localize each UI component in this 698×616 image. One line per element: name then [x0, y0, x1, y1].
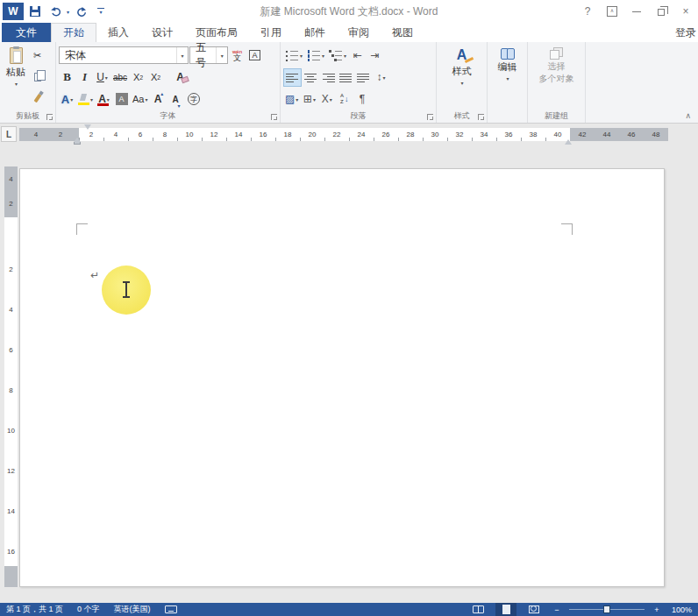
- font-name-select[interactable]: 宋体 ▾: [59, 46, 189, 64]
- multilevel-list-button[interactable]: ▾: [327, 46, 348, 65]
- align-left-button[interactable]: [283, 68, 302, 87]
- align-center-button[interactable]: [303, 68, 319, 87]
- sign-in-link[interactable]: 登录: [668, 23, 698, 42]
- language-indicator[interactable]: 英语(美国): [114, 604, 151, 615]
- distribute-button[interactable]: [355, 68, 372, 87]
- tab-page-layout[interactable]: 页面布局: [184, 23, 249, 42]
- word-count-indicator[interactable]: 0 个字: [77, 604, 100, 615]
- zoom-out-button[interactable]: −: [552, 605, 562, 614]
- tab-references[interactable]: 引用: [249, 23, 293, 42]
- keyboard-indicator[interactable]: [165, 605, 177, 613]
- zoom-slider[interactable]: [569, 605, 645, 614]
- left-indent-box: [74, 142, 81, 145]
- tab-mailings[interactable]: 邮件: [293, 23, 337, 42]
- document-page[interactable]: ↵: [19, 168, 665, 587]
- format-painter-button[interactable]: [29, 89, 46, 107]
- phonetic-guide-icon: wén 文: [232, 49, 242, 62]
- right-indent-marker[interactable]: [565, 139, 572, 145]
- help-button[interactable]: ?: [575, 0, 600, 23]
- font-dialog-launcher[interactable]: [271, 114, 277, 120]
- select-objects-icon: [550, 47, 563, 60]
- borders-button[interactable]: ⊞▾: [301, 90, 317, 109]
- align-right-button[interactable]: [320, 68, 337, 87]
- undo-dropdown[interactable]: ▾: [67, 9, 69, 15]
- chevron-down-icon[interactable]: ▾: [176, 47, 188, 63]
- close-button[interactable]: ×: [673, 0, 698, 23]
- underline-button[interactable]: U▾: [94, 68, 110, 87]
- character-shading-button[interactable]: A: [113, 90, 130, 109]
- minimize-button[interactable]: [624, 0, 649, 23]
- tab-view[interactable]: 视图: [381, 23, 424, 42]
- increase-indent-button[interactable]: ⇥: [367, 46, 383, 65]
- horizontal-ruler[interactable]: 42 246810121416182022242628303234363840 …: [19, 128, 668, 141]
- zoom-level[interactable]: 100%: [669, 605, 692, 614]
- show-hide-marks-button[interactable]: ¶: [353, 90, 370, 109]
- enclose-characters-button[interactable]: 字: [186, 90, 203, 109]
- tab-review[interactable]: 审阅: [337, 23, 381, 42]
- web-layout-button[interactable]: [524, 603, 545, 616]
- hanging-indent-marker[interactable]: [74, 138, 81, 145]
- subscript-button[interactable]: X2: [130, 68, 146, 87]
- bullets-button[interactable]: ▾: [283, 46, 304, 65]
- editing-button[interactable]: 编辑 ▾: [490, 45, 524, 81]
- ruler-number: 24: [349, 128, 374, 141]
- first-line-indent-marker[interactable]: [84, 124, 91, 130]
- repeat-button[interactable]: [72, 3, 89, 20]
- word-logo-icon[interactable]: W: [3, 3, 24, 20]
- customize-quick-access-button[interactable]: ▾: [92, 3, 110, 20]
- paste-button[interactable]: 粘贴 ▾: [3, 45, 29, 107]
- restore-button[interactable]: [649, 0, 673, 23]
- font-size-select[interactable]: 五号 ▾: [189, 46, 228, 64]
- character-border-button[interactable]: A: [246, 46, 263, 65]
- ribbon-empty-area: ∧: [586, 42, 698, 123]
- change-case-button[interactable]: Aa▾: [131, 90, 149, 109]
- tab-file[interactable]: 文件: [2, 23, 51, 42]
- superscript-button[interactable]: X2: [147, 68, 164, 87]
- clipboard-dialog-launcher[interactable]: [46, 114, 53, 120]
- strikethrough-button[interactable]: abc: [111, 68, 129, 87]
- vertical-ruler[interactable]: 42 246810121416: [4, 166, 18, 587]
- line-spacing-button[interactable]: ↕▾: [373, 68, 389, 87]
- page-number-indicator[interactable]: 第 1 页，共 1 页: [6, 604, 63, 615]
- zoom-slider-thumb[interactable]: [603, 605, 610, 613]
- ribbon-display-options-button[interactable]: ∧: [600, 0, 624, 23]
- copy-button[interactable]: [29, 67, 46, 86]
- chevron-down-icon: ▾: [90, 96, 93, 103]
- tab-insert[interactable]: 插入: [96, 23, 140, 42]
- cut-button[interactable]: ✂: [29, 46, 46, 65]
- tab-stop-selector[interactable]: L: [1, 126, 17, 142]
- text-effects-button[interactable]: A▾: [59, 90, 75, 109]
- styles-button[interactable]: A 样式 ▾: [439, 45, 484, 86]
- shading-icon: ▨: [285, 93, 295, 105]
- asian-layout-button[interactable]: X▾: [318, 90, 335, 109]
- tab-design[interactable]: 设计: [140, 23, 184, 42]
- save-button[interactable]: [26, 3, 44, 20]
- bold-button[interactable]: B: [59, 68, 75, 87]
- zoom-in-button[interactable]: +: [652, 605, 662, 614]
- tab-home[interactable]: 开始: [51, 23, 96, 42]
- font-color-button[interactable]: A▾: [96, 90, 112, 109]
- undo-button[interactable]: [46, 3, 64, 20]
- chevron-down-icon[interactable]: ▾: [216, 47, 227, 63]
- shading-button[interactable]: ▨▾: [283, 90, 300, 109]
- chevron-down-icon: ▾: [382, 74, 385, 81]
- clear-formatting-button[interactable]: A: [172, 68, 189, 87]
- styles-dialog-launcher[interactable]: [478, 114, 484, 120]
- justify-button[interactable]: [338, 68, 354, 87]
- grow-font-button[interactable]: A▴: [151, 90, 167, 109]
- numbering-button[interactable]: ▾: [305, 46, 326, 65]
- ruler-number: 4: [103, 128, 128, 141]
- decrease-indent-button[interactable]: ⇤: [349, 46, 366, 65]
- ruler-number: 6: [4, 329, 18, 370]
- print-layout-button[interactable]: [495, 603, 516, 616]
- phonetic-guide-button[interactable]: wén 文: [229, 46, 246, 65]
- ruler-number: 32: [447, 128, 472, 141]
- shrink-font-button[interactable]: A▾: [168, 90, 185, 109]
- paragraph-dialog-launcher[interactable]: [427, 114, 433, 120]
- collapse-ribbon-button[interactable]: ∧: [685, 111, 691, 120]
- select-multiple-objects-button[interactable]: 选择 多个对象: [531, 45, 582, 84]
- italic-button[interactable]: I: [76, 68, 93, 87]
- highlight-color-button[interactable]: ▾: [76, 90, 95, 109]
- read-mode-button[interactable]: [467, 603, 488, 616]
- sort-button[interactable]: AZ ↓: [336, 90, 353, 109]
